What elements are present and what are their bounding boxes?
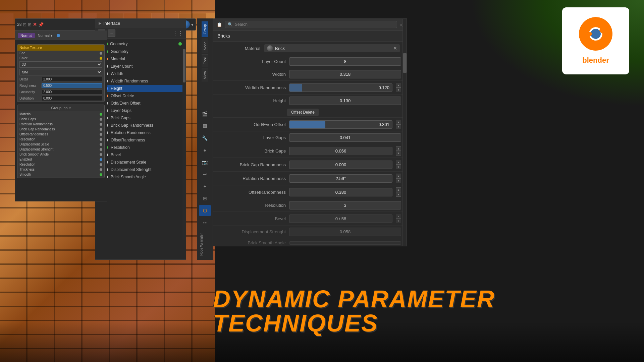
dimension-select[interactable]: 3D (19, 61, 102, 68)
sidebar-material-icon[interactable]: ● (199, 145, 211, 156)
tree-item-odd-even[interactable]: Odd/Even Offset (95, 100, 186, 107)
interface-panel-scrollbar[interactable] (182, 39, 186, 240)
scroll-down-btn[interactable]: ▼ (396, 219, 401, 223)
scroll-up-btn[interactable]: ▲ (396, 214, 401, 219)
tree-item-brick-smooth[interactable]: Brick Smooth Angle (95, 173, 186, 181)
material-badge[interactable]: Brick ✕ (264, 44, 400, 52)
scroll-down-btn[interactable]: ▼ (396, 178, 401, 183)
lacunarity-value[interactable]: 2.000 (42, 89, 102, 95)
tree-item-height[interactable]: Height (95, 85, 186, 92)
prop-scroll-btns[interactable]: ▲ ▼ (396, 160, 401, 169)
prop-value-brick-gap-randomness[interactable]: 0.000 (289, 161, 392, 169)
prop-value-offset-randomness[interactable]: 0.380 (289, 188, 392, 196)
distortion-value[interactable]: 0.000 (42, 96, 102, 101)
prop-scroll-btns[interactable]: ▲ ▼ (396, 214, 401, 223)
search-bar[interactable]: 🔍 Search (225, 21, 397, 28)
scroll-up-btn[interactable]: ▲ (396, 160, 401, 165)
normal-dropdown[interactable]: Normal ▾ (38, 34, 53, 38)
prop-value-rotation-randomness[interactable]: 2.59° (289, 174, 392, 183)
tree-item-displacement-scale[interactable]: Displacement Scale (95, 159, 186, 166)
sidebar-render-icon[interactable]: 📷 (199, 157, 211, 168)
tree-item-offset-delete[interactable]: Offset Delete (95, 92, 186, 100)
tree-item-label: Widtdh Randomness (111, 79, 148, 83)
sidebar-tool-icon[interactable]: 🔧 (199, 133, 211, 143)
tree-item-widtdh-randomness[interactable]: Widtdh Randomness (95, 77, 186, 85)
scroll-up-btn[interactable]: ▲ (396, 174, 401, 178)
sidebar-orange-icon[interactable]: ⬡ (199, 205, 211, 216)
prop-value-brick-gaps[interactable]: 0.066 (289, 147, 392, 155)
detail-value[interactable]: 2.000 (42, 77, 102, 82)
prop-value-bevel[interactable]: 0 / 58 (289, 215, 392, 223)
scroll-down-btn[interactable]: ▼ (396, 124, 401, 129)
scroll-up-btn[interactable]: ▲ (396, 83, 401, 87)
remove-item-button[interactable]: − (108, 29, 115, 37)
window-close-icon[interactable]: ✕ (33, 22, 37, 27)
interface-panel: ▶ Interface + − ⋮⋮ ▼ Geometry Geometry M… (95, 18, 186, 260)
roughness-value[interactable]: 0.500 (42, 83, 102, 88)
scroll-down-btn[interactable]: ▼ (396, 192, 401, 197)
sidebar-label-node[interactable]: Node (202, 39, 208, 53)
prop-scroll-btns[interactable]: ▲ ▼ (396, 120, 401, 129)
scroll-down-btn[interactable]: ▼ (396, 165, 401, 169)
sidebar-image-icon[interactable]: 🖼 (199, 121, 211, 131)
tree-item-layer-count[interactable]: Layer Count (95, 63, 186, 70)
socket-label: Displacement Scale (19, 142, 49, 146)
scroll-down-btn[interactable]: ▼ (396, 151, 401, 156)
prop-value-layer-count[interactable]: 8 (289, 57, 401, 66)
tree-item-material[interactable]: Material (95, 55, 186, 63)
dropdown-icon[interactable]: ▾ (191, 22, 194, 27)
prop-value-height[interactable]: 0.130 (289, 97, 401, 105)
prop-value-widtdh[interactable]: 0.318 (289, 70, 401, 78)
sidebar-grid-icon[interactable]: ⊞ (199, 193, 211, 204)
prop-value-layer-gaps[interactable]: 0.041 (289, 133, 401, 142)
offset-delete-label[interactable]: Offset Delete (287, 109, 319, 116)
sidebar-scene-icon[interactable]: 🎬 (199, 109, 211, 119)
material-close-icon[interactable]: ✕ (393, 46, 397, 51)
tree-item-widtdh[interactable]: Widtdh (95, 70, 186, 77)
prop-scroll-btns[interactable]: ▲ ▼ (396, 83, 401, 92)
interface-chevron-icon[interactable]: ▶ (99, 21, 101, 25)
prop-label: Displacement Strenght (219, 229, 286, 234)
panel-options-icon[interactable]: ⋮⋮ (172, 30, 183, 37)
sidebar-particle-icon[interactable]: ✦ (199, 181, 211, 192)
scroll-up-btn[interactable]: ▲ (396, 120, 401, 124)
node-wrangler-label: Node Wrangler (199, 232, 211, 257)
prop-scroll-btns[interactable]: ▲ ▼ (396, 187, 401, 197)
prop-value-resolution[interactable]: 3 (289, 201, 401, 209)
tree-item-bevel[interactable]: Bevel (95, 151, 186, 159)
sidebar-checkerboard-icon[interactable]: ⚏ (199, 217, 211, 228)
tree-item-brick-gap-randomness[interactable]: Brick Gap Randomness (95, 122, 186, 129)
window-box-icon[interactable]: ⊞ (28, 22, 32, 27)
window-pin-icon[interactable]: 📌 (38, 22, 44, 27)
tree-item-layer-gaps[interactable]: Layer Gaps (95, 107, 186, 114)
window-copy-icon[interactable]: ⊡ (23, 22, 26, 27)
prop-row-rotation-randomness: Rotation Randomness 2.59° ▲ ▼ (213, 172, 407, 185)
prop-scroll-btns[interactable]: ▲ ▼ (396, 146, 401, 156)
scroll-down-btn[interactable]: ▼ (396, 87, 401, 92)
sidebar-label-group[interactable]: Group (202, 21, 208, 37)
tree-item-offset-randomness[interactable]: OffsetRandomness (95, 136, 186, 144)
sidebar-label-tool[interactable]: Tool (202, 54, 208, 67)
prop-value-odd-even[interactable]: 0.301 (289, 120, 392, 129)
tree-item-displacement-strenght[interactable]: Displacement Strenght (95, 166, 186, 173)
sidebar-label-view[interactable]: View (202, 68, 208, 82)
prop-value-widtdh-randomness[interactable]: 0.120 (289, 83, 392, 92)
prop-value-displacement-strenght[interactable]: 0.058 (289, 228, 401, 236)
tree-item-brick-gaps[interactable]: Brick Gaps (95, 114, 186, 122)
tree-group-geometry1[interactable]: ▼ Geometry (95, 40, 186, 48)
noise-type-select[interactable]: fBM (19, 69, 102, 75)
scroll-up-btn[interactable]: ▲ (396, 187, 401, 192)
scrollbar-thumb[interactable] (403, 53, 407, 73)
tree-item-geometry[interactable]: Geometry (95, 48, 186, 55)
prop-scroll-btns[interactable]: ▲ ▼ (396, 174, 401, 183)
tree-item-label: Resolution (111, 145, 130, 150)
tree-item-rotation-randomness[interactable]: Rotation Randomness (95, 129, 186, 136)
scrollbar-thumb[interactable] (183, 49, 185, 82)
blender-logo-svg (576, 17, 616, 57)
scroll-up-btn[interactable]: ▲ (396, 146, 401, 151)
prop-value-brick-smooth[interactable] (289, 241, 401, 245)
props-scrollbar[interactable] (402, 19, 407, 246)
tree-item-resolution[interactable]: Resolution (95, 144, 186, 151)
sidebar-history-icon[interactable]: ↩ (199, 169, 211, 180)
socket-dot (100, 163, 102, 166)
